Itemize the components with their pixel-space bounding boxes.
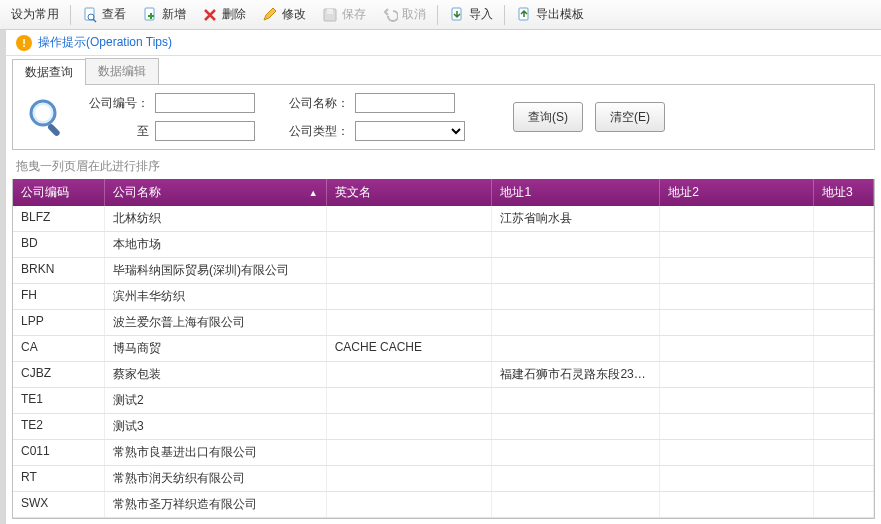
data-grid: 公司编码 公司名称▲ 英文名 地址1 地址2 地址3 BLFZ北林纺织江苏省响水… (12, 179, 875, 519)
table-row[interactable]: C011常熟市良基进出口有限公司 (13, 440, 874, 466)
company-name-input[interactable] (355, 93, 455, 113)
table-row[interactable]: CJBZ蔡家包装福建石狮市石灵路东段23号... (13, 362, 874, 388)
sort-asc-icon: ▲ (309, 188, 318, 198)
table-row[interactable]: SWX常熟市圣万祥织造有限公司 (13, 492, 874, 518)
table-row[interactable]: BD本地市场 (13, 232, 874, 258)
cell-c5 (814, 336, 874, 361)
cell-c0: RT (13, 466, 105, 491)
col-address3[interactable]: 地址3 (814, 179, 874, 206)
table-row[interactable]: BRKN毕瑞科纳国际贸易(深圳)有限公司 (13, 258, 874, 284)
cell-c5 (814, 206, 874, 231)
cell-c2 (327, 388, 493, 413)
operation-tips: ! 操作提示(Operation Tips) (6, 30, 881, 56)
cell-c3: 江苏省响水县 (492, 206, 660, 231)
cell-c4 (660, 232, 814, 257)
svg-rect-5 (327, 9, 333, 14)
view-button[interactable]: 查看 (75, 3, 133, 26)
col-english-name[interactable]: 英文名 (327, 179, 493, 206)
grid-header: 公司编码 公司名称▲ 英文名 地址1 地址2 地址3 (13, 179, 874, 206)
save-icon (322, 7, 338, 23)
edit-button[interactable]: 修改 (255, 3, 313, 26)
cell-c2 (327, 440, 493, 465)
delete-button[interactable]: 删除 (195, 3, 253, 26)
cell-c3 (492, 440, 660, 465)
cell-c4 (660, 206, 814, 231)
company-name-label: 公司名称： (279, 95, 349, 112)
cancel-button: 取消 (375, 3, 433, 26)
cell-c0: TE2 (13, 414, 105, 439)
export-template-button[interactable]: 导出模板 (509, 3, 591, 26)
cell-c0: BRKN (13, 258, 105, 283)
table-row[interactable]: FH滨州丰华纺织 (13, 284, 874, 310)
grid-body: BLFZ北林纺织江苏省响水县BD本地市场BRKN毕瑞科纳国际贸易(深圳)有限公司… (13, 206, 874, 518)
table-row[interactable]: TE1测试2 (13, 388, 874, 414)
clear-button[interactable]: 清空(E) (595, 102, 665, 132)
cell-c3 (492, 388, 660, 413)
company-code-from-input[interactable] (155, 93, 255, 113)
col-address1[interactable]: 地址1 (492, 179, 660, 206)
cell-c3 (492, 466, 660, 491)
table-row[interactable]: TE2测试3 (13, 414, 874, 440)
cell-c2 (327, 492, 493, 517)
cell-c2 (327, 284, 493, 309)
cell-c1: 常熟市良基进出口有限公司 (105, 440, 327, 465)
cell-c1: 滨州丰华纺织 (105, 284, 327, 309)
tab-bar: 数据查询 数据编辑 (12, 58, 875, 85)
cell-c5 (814, 258, 874, 283)
cell-c3 (492, 310, 660, 335)
table-row[interactable]: CA博马商贸CACHE CACHE (13, 336, 874, 362)
company-type-select[interactable] (355, 121, 465, 141)
cell-c3 (492, 336, 660, 361)
tab-data-edit[interactable]: 数据编辑 (85, 58, 159, 84)
company-code-to-input[interactable] (155, 121, 255, 141)
add-doc-icon (142, 7, 158, 23)
favorite-button[interactable]: 设为常用 (4, 3, 66, 26)
pencil-icon (262, 7, 278, 23)
cell-c3 (492, 232, 660, 257)
add-button[interactable]: 新增 (135, 3, 193, 26)
cell-c5 (814, 440, 874, 465)
table-row[interactable]: BLFZ北林纺织江苏省响水县 (13, 206, 874, 232)
cell-c0: C011 (13, 440, 105, 465)
cell-c1: 北林纺织 (105, 206, 327, 231)
table-row[interactable]: LPP波兰爱尔普上海有限公司 (13, 310, 874, 336)
cell-c4 (660, 388, 814, 413)
cell-c2 (327, 232, 493, 257)
cell-c5 (814, 414, 874, 439)
cell-c3 (492, 492, 660, 517)
cell-c2 (327, 258, 493, 283)
cell-c0: LPP (13, 310, 105, 335)
warning-icon: ! (16, 35, 32, 51)
magnifier-icon (23, 93, 71, 141)
svg-rect-10 (47, 123, 61, 137)
search-doc-icon (82, 7, 98, 23)
query-button[interactable]: 查询(S) (513, 102, 583, 132)
cell-c2 (327, 414, 493, 439)
tab-data-query[interactable]: 数据查询 (12, 59, 86, 85)
main-toolbar: 设为常用 查看 新增 删除 修改 保存 取消 导入 导出模板 (0, 0, 881, 30)
tips-link[interactable]: 操作提示(Operation Tips) (38, 34, 172, 51)
cell-c2: CACHE CACHE (327, 336, 493, 361)
content-area: ! 操作提示(Operation Tips) 数据查询 数据编辑 公司编号： 至… (0, 30, 881, 524)
delete-icon (202, 7, 218, 23)
cell-c1: 常熟市润天纺织有限公司 (105, 466, 327, 491)
col-address2[interactable]: 地址2 (660, 179, 814, 206)
cell-c4 (660, 362, 814, 387)
cell-c4 (660, 284, 814, 309)
cell-c2 (327, 466, 493, 491)
cell-c4 (660, 310, 814, 335)
cell-c5 (814, 232, 874, 257)
col-company-name[interactable]: 公司名称▲ (105, 179, 327, 206)
cell-c1: 博马商贸 (105, 336, 327, 361)
cell-c0: BLFZ (13, 206, 105, 231)
table-row[interactable]: RT常熟市润天纺织有限公司 (13, 466, 874, 492)
save-button: 保存 (315, 3, 373, 26)
cell-c0: FH (13, 284, 105, 309)
cell-c0: CJBZ (13, 362, 105, 387)
export-icon (516, 7, 532, 23)
svg-point-9 (35, 105, 51, 121)
import-button[interactable]: 导入 (442, 3, 500, 26)
cell-c1: 蔡家包装 (105, 362, 327, 387)
col-company-code[interactable]: 公司编码 (13, 179, 105, 206)
cell-c3: 福建石狮市石灵路东段23号... (492, 362, 660, 387)
